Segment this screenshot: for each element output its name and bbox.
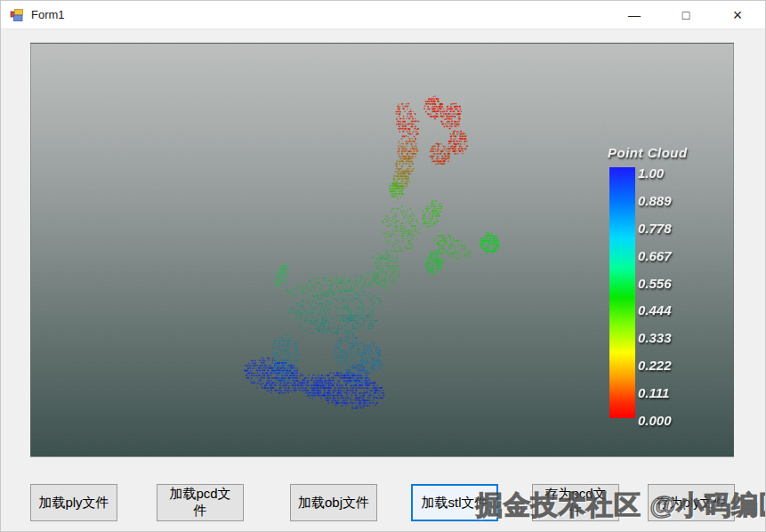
load-obj-button[interactable]: 加载obj文件 <box>290 484 377 521</box>
colorbar-tick: 0.889 <box>638 195 700 207</box>
colorbar-tick: 0.333 <box>638 332 700 344</box>
colorbar-tick: 0.667 <box>638 250 700 262</box>
title-bar: Form1 — □ × <box>1 1 765 29</box>
close-icon: × <box>733 7 743 23</box>
colorbar-gradient <box>609 167 635 418</box>
minimize-icon: — <box>628 9 641 21</box>
colorbar-tick: 0.222 <box>638 359 700 372</box>
load-pcd-button[interactable]: 加载pcd文件 <box>157 484 244 521</box>
watermark: 掘金技术社区 @小码编匠 <box>476 488 766 524</box>
colorbar-tick: 0.556 <box>638 278 700 290</box>
load-ply-button[interactable]: 加载ply文件 <box>30 484 117 521</box>
pointcloud-viewport[interactable]: Point Cloud 1.00 0.889 0.778 0.667 0.556… <box>30 43 734 457</box>
colorbar-title: Point Cloud <box>608 145 706 160</box>
form-icon <box>10 8 24 22</box>
maximize-button[interactable]: □ <box>665 1 706 29</box>
colorbar-ticks: 1.00 0.889 0.778 0.667 0.556 0.444 0.333… <box>638 167 700 427</box>
close-button[interactable]: × <box>717 1 758 29</box>
window-title: Form1 <box>31 8 65 21</box>
colorbar-tick: 0.444 <box>638 304 700 317</box>
colorbar-tick: 0.000 <box>638 415 700 427</box>
window-controls: — □ × <box>614 1 758 29</box>
minimize-button[interactable]: — <box>614 1 655 29</box>
form1-window: Form1 — □ × Point Cloud 1.00 0.889 0.778… <box>0 0 766 532</box>
colorbar-tick: 0.778 <box>638 222 700 235</box>
colorbar-tick: 1.00 <box>638 167 700 180</box>
maximize-icon: □ <box>682 9 689 21</box>
colorbar-tick: 0.111 <box>638 387 700 399</box>
